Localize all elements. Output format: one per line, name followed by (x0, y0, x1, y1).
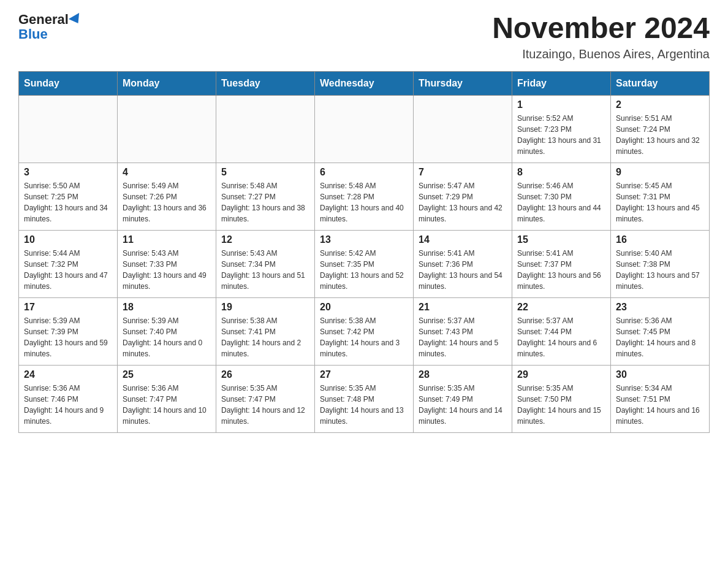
day-number: 20 (320, 302, 408, 313)
table-cell: 22Sunrise: 5:37 AMSunset: 7:44 PMDayligh… (512, 297, 611, 365)
day-number: 24 (24, 369, 112, 380)
table-cell: 19Sunrise: 5:38 AMSunset: 7:41 PMDayligh… (216, 297, 315, 365)
calendar-title: November 2024 (492, 12, 710, 45)
table-cell: 4Sunrise: 5:49 AMSunset: 7:26 PMDaylight… (118, 163, 216, 230)
day-number: 3 (24, 167, 112, 178)
day-number: 17 (24, 302, 112, 313)
day-number: 6 (320, 167, 408, 178)
day-number: 25 (123, 369, 211, 380)
day-info: Sunrise: 5:36 AMSunset: 7:45 PMDaylight:… (616, 315, 704, 359)
day-number: 14 (419, 234, 507, 245)
day-info: Sunrise: 5:42 AMSunset: 7:35 PMDaylight:… (320, 248, 408, 292)
day-number: 18 (123, 302, 211, 313)
day-number: 26 (221, 369, 309, 380)
table-cell: 30Sunrise: 5:34 AMSunset: 7:51 PMDayligh… (611, 365, 710, 432)
day-info: Sunrise: 5:38 AMSunset: 7:41 PMDaylight:… (221, 315, 309, 359)
day-info: Sunrise: 5:35 AMSunset: 7:49 PMDaylight:… (419, 383, 507, 427)
table-cell: 6Sunrise: 5:48 AMSunset: 7:28 PMDaylight… (315, 163, 414, 230)
logo-blue-text: Blue (18, 27, 82, 42)
day-number: 13 (320, 234, 408, 245)
logo-arrow-icon (69, 13, 83, 26)
table-cell: 2Sunrise: 5:51 AMSunset: 7:24 PMDaylight… (611, 95, 710, 163)
day-info: Sunrise: 5:36 AMSunset: 7:46 PMDaylight:… (24, 383, 112, 427)
week-row-4: 17Sunrise: 5:39 AMSunset: 7:39 PMDayligh… (19, 297, 710, 365)
col-monday: Monday (118, 71, 216, 95)
table-cell: 12Sunrise: 5:43 AMSunset: 7:34 PMDayligh… (216, 230, 315, 297)
day-info: Sunrise: 5:36 AMSunset: 7:47 PMDaylight:… (123, 383, 211, 427)
table-cell: 8Sunrise: 5:46 AMSunset: 7:30 PMDaylight… (512, 163, 611, 230)
week-row-3: 10Sunrise: 5:44 AMSunset: 7:32 PMDayligh… (19, 230, 710, 297)
table-cell (19, 95, 118, 163)
day-number: 29 (517, 369, 605, 380)
table-cell: 14Sunrise: 5:41 AMSunset: 7:36 PMDayligh… (414, 230, 512, 297)
day-number: 8 (517, 167, 605, 178)
title-block: November 2024 Ituzaingo, Buenos Aires, A… (492, 12, 710, 61)
col-wednesday: Wednesday (315, 71, 414, 95)
day-number: 30 (616, 369, 704, 380)
day-number: 12 (221, 234, 309, 245)
calendar-table: Sunday Monday Tuesday Wednesday Thursday… (18, 71, 710, 433)
table-cell: 20Sunrise: 5:38 AMSunset: 7:42 PMDayligh… (315, 297, 414, 365)
table-cell: 28Sunrise: 5:35 AMSunset: 7:49 PMDayligh… (414, 365, 512, 432)
day-number: 28 (419, 369, 507, 380)
table-cell: 21Sunrise: 5:37 AMSunset: 7:43 PMDayligh… (414, 297, 512, 365)
table-cell (216, 95, 315, 163)
table-cell: 10Sunrise: 5:44 AMSunset: 7:32 PMDayligh… (19, 230, 118, 297)
logo: General Blue (18, 12, 82, 42)
table-cell (414, 95, 512, 163)
table-cell: 29Sunrise: 5:35 AMSunset: 7:50 PMDayligh… (512, 365, 611, 432)
day-info: Sunrise: 5:47 AMSunset: 7:29 PMDaylight:… (419, 180, 507, 224)
day-info: Sunrise: 5:39 AMSunset: 7:39 PMDaylight:… (24, 315, 112, 359)
col-friday: Friday (512, 71, 611, 95)
day-info: Sunrise: 5:38 AMSunset: 7:42 PMDaylight:… (320, 315, 408, 359)
calendar-header-row: Sunday Monday Tuesday Wednesday Thursday… (19, 71, 710, 95)
week-row-2: 3Sunrise: 5:50 AMSunset: 7:25 PMDaylight… (19, 163, 710, 230)
day-number: 11 (123, 234, 211, 245)
table-cell: 23Sunrise: 5:36 AMSunset: 7:45 PMDayligh… (611, 297, 710, 365)
table-cell: 24Sunrise: 5:36 AMSunset: 7:46 PMDayligh… (19, 365, 118, 432)
col-tuesday: Tuesday (216, 71, 315, 95)
day-info: Sunrise: 5:37 AMSunset: 7:43 PMDaylight:… (419, 315, 507, 359)
day-info: Sunrise: 5:34 AMSunset: 7:51 PMDaylight:… (616, 383, 704, 427)
day-info: Sunrise: 5:41 AMSunset: 7:36 PMDaylight:… (419, 248, 507, 292)
day-info: Sunrise: 5:45 AMSunset: 7:31 PMDaylight:… (616, 180, 704, 224)
table-cell: 1Sunrise: 5:52 AMSunset: 7:23 PMDaylight… (512, 95, 611, 163)
table-cell: 13Sunrise: 5:42 AMSunset: 7:35 PMDayligh… (315, 230, 414, 297)
day-info: Sunrise: 5:48 AMSunset: 7:28 PMDaylight:… (320, 180, 408, 224)
table-cell: 17Sunrise: 5:39 AMSunset: 7:39 PMDayligh… (19, 297, 118, 365)
day-info: Sunrise: 5:50 AMSunset: 7:25 PMDaylight:… (24, 180, 112, 224)
table-cell: 27Sunrise: 5:35 AMSunset: 7:48 PMDayligh… (315, 365, 414, 432)
table-cell: 18Sunrise: 5:39 AMSunset: 7:40 PMDayligh… (118, 297, 216, 365)
day-info: Sunrise: 5:43 AMSunset: 7:33 PMDaylight:… (123, 248, 211, 292)
day-number: 10 (24, 234, 112, 245)
page-header: General Blue November 2024 Ituzaingo, Bu… (18, 12, 710, 61)
logo-general-text: General (18, 12, 69, 27)
day-number: 4 (123, 167, 211, 178)
day-number: 21 (419, 302, 507, 313)
day-info: Sunrise: 5:35 AMSunset: 7:48 PMDaylight:… (320, 383, 408, 427)
table-cell: 9Sunrise: 5:45 AMSunset: 7:31 PMDaylight… (611, 163, 710, 230)
table-cell: 3Sunrise: 5:50 AMSunset: 7:25 PMDaylight… (19, 163, 118, 230)
day-number: 15 (517, 234, 605, 245)
day-number: 7 (419, 167, 507, 178)
week-row-1: 1Sunrise: 5:52 AMSunset: 7:23 PMDaylight… (19, 95, 710, 163)
table-cell: 11Sunrise: 5:43 AMSunset: 7:33 PMDayligh… (118, 230, 216, 297)
day-info: Sunrise: 5:35 AMSunset: 7:47 PMDaylight:… (221, 383, 309, 427)
week-row-5: 24Sunrise: 5:36 AMSunset: 7:46 PMDayligh… (19, 365, 710, 432)
table-cell (118, 95, 216, 163)
day-info: Sunrise: 5:41 AMSunset: 7:37 PMDaylight:… (517, 248, 605, 292)
day-number: 22 (517, 302, 605, 313)
table-cell: 15Sunrise: 5:41 AMSunset: 7:37 PMDayligh… (512, 230, 611, 297)
day-info: Sunrise: 5:43 AMSunset: 7:34 PMDaylight:… (221, 248, 309, 292)
table-cell: 5Sunrise: 5:48 AMSunset: 7:27 PMDaylight… (216, 163, 315, 230)
table-cell: 16Sunrise: 5:40 AMSunset: 7:38 PMDayligh… (611, 230, 710, 297)
day-number: 1 (517, 99, 605, 110)
day-number: 19 (221, 302, 309, 313)
day-info: Sunrise: 5:40 AMSunset: 7:38 PMDaylight:… (616, 248, 704, 292)
table-cell: 25Sunrise: 5:36 AMSunset: 7:47 PMDayligh… (118, 365, 216, 432)
col-saturday: Saturday (611, 71, 710, 95)
calendar-subtitle: Ituzaingo, Buenos Aires, Argentina (492, 47, 710, 61)
day-number: 2 (616, 99, 704, 110)
table-cell (315, 95, 414, 163)
day-number: 16 (616, 234, 704, 245)
